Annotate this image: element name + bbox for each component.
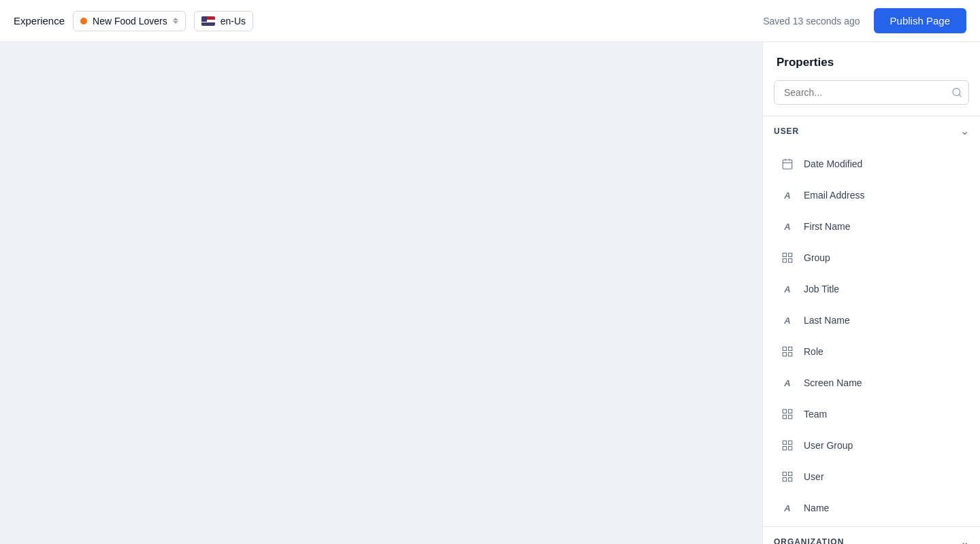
property-item-group[interactable]: Group xyxy=(763,242,980,273)
organization-section-chevron-icon: ⌄ xyxy=(960,535,969,544)
svg-rect-21 xyxy=(783,447,786,450)
property-label: Last Name xyxy=(804,315,850,326)
main-layout: Properties USER ⌄ xyxy=(0,42,980,544)
property-item-name[interactable]: A Name xyxy=(763,492,980,524)
user-section-title: USER xyxy=(774,126,799,136)
search-icon-button[interactable] xyxy=(951,87,962,98)
svg-line-1 xyxy=(959,95,961,97)
user-property-list: Date Modified A Email Address A First Na… xyxy=(763,146,980,526)
panel-title: Properties xyxy=(763,42,980,80)
search-icon xyxy=(951,87,962,98)
text-icon: A xyxy=(779,312,796,328)
search-input[interactable] xyxy=(774,80,969,105)
grid-icon xyxy=(779,469,796,485)
svg-rect-24 xyxy=(789,478,792,481)
svg-rect-20 xyxy=(789,447,792,450)
svg-rect-25 xyxy=(783,478,786,481)
text-icon: A xyxy=(779,500,796,516)
property-item-user-group[interactable]: User Group xyxy=(763,430,980,461)
saved-status: Saved 13 seconds ago xyxy=(763,16,860,27)
grid-icon xyxy=(779,343,796,360)
svg-rect-12 xyxy=(789,353,792,356)
user-section-header[interactable]: USER ⌄ xyxy=(763,116,980,146)
svg-rect-7 xyxy=(789,253,792,256)
calendar-icon xyxy=(779,156,796,172)
svg-rect-23 xyxy=(789,472,792,475)
property-item-team[interactable]: Team xyxy=(763,398,980,430)
svg-rect-18 xyxy=(783,441,786,444)
selector-chevron-icon xyxy=(173,18,178,24)
svg-rect-19 xyxy=(789,441,792,444)
property-item-first-name[interactable]: A First Name xyxy=(763,211,980,242)
canvas-area[interactable] xyxy=(0,42,762,544)
property-label: Email Address xyxy=(804,190,864,201)
property-item-date-modified[interactable]: Date Modified xyxy=(763,148,980,180)
property-label: Date Modified xyxy=(804,158,862,169)
svg-rect-6 xyxy=(783,253,786,256)
organization-section-title: ORGANIZATION xyxy=(774,537,844,545)
property-label: Group xyxy=(804,252,830,263)
property-item-user[interactable]: User xyxy=(763,461,980,492)
svg-rect-10 xyxy=(783,347,786,350)
property-label: Screen Name xyxy=(804,377,862,388)
svg-rect-15 xyxy=(789,409,792,413)
experience-selector[interactable]: New Food Lovers xyxy=(73,11,186,31)
svg-rect-13 xyxy=(783,353,786,356)
property-label: User Group xyxy=(804,440,853,451)
property-label: Name xyxy=(804,503,829,513)
svg-rect-11 xyxy=(789,347,792,350)
text-icon: A xyxy=(779,218,796,235)
properties-panel: Properties USER ⌄ xyxy=(762,42,980,544)
status-dot xyxy=(80,18,87,24)
svg-rect-14 xyxy=(783,409,786,413)
text-icon: A xyxy=(779,187,796,203)
header: Experience New Food Lovers en-Us Saved 1… xyxy=(0,0,980,42)
property-label: First Name xyxy=(804,221,850,232)
svg-rect-9 xyxy=(783,259,786,262)
svg-rect-2 xyxy=(783,160,792,169)
property-item-role[interactable]: Role xyxy=(763,336,980,367)
header-right: Saved 13 seconds ago Publish Page xyxy=(763,8,966,33)
search-container xyxy=(763,80,980,116)
locale-code: en-Us xyxy=(220,16,246,27)
experience-label: Experience xyxy=(14,15,65,27)
flag-icon xyxy=(201,16,215,26)
property-item-email-address[interactable]: A Email Address xyxy=(763,180,980,211)
text-icon: A xyxy=(779,375,796,391)
property-label: Team xyxy=(804,409,827,420)
locale-selector[interactable]: en-Us xyxy=(194,11,253,31)
grid-icon xyxy=(779,406,796,422)
property-label: User xyxy=(804,471,824,482)
property-label: Job Title xyxy=(804,284,839,294)
svg-rect-16 xyxy=(789,415,792,419)
grid-icon xyxy=(779,250,796,266)
property-item-job-title[interactable]: A Job Title xyxy=(763,273,980,305)
property-item-last-name[interactable]: A Last Name xyxy=(763,305,980,336)
experience-selector-value: New Food Lovers xyxy=(93,16,167,27)
user-section-chevron-icon: ⌄ xyxy=(960,124,969,137)
property-item-screen-name[interactable]: A Screen Name xyxy=(763,367,980,398)
publish-button[interactable]: Publish Page xyxy=(874,8,966,33)
svg-rect-8 xyxy=(789,259,792,262)
search-wrapper xyxy=(774,80,969,105)
organization-section-header[interactable]: ORGANIZATION ⌄ xyxy=(763,526,980,544)
grid-icon xyxy=(779,437,796,454)
svg-rect-22 xyxy=(783,472,786,475)
svg-rect-17 xyxy=(783,415,786,419)
property-label: Role xyxy=(804,346,823,357)
text-icon: A xyxy=(779,281,796,297)
